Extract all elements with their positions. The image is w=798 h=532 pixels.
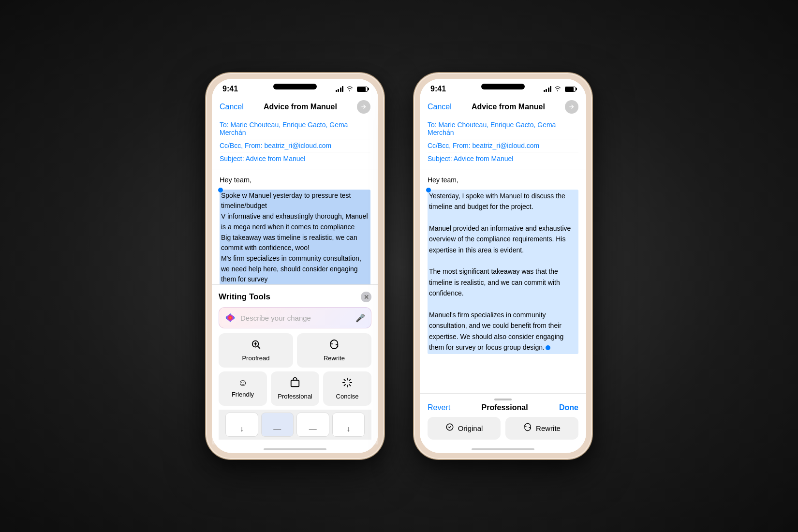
apple-intelligence-icon [225, 312, 236, 323]
done-button[interactable]: Done [559, 403, 578, 412]
subject-field-2: Subject: Advice from Manuel [428, 152, 578, 165]
rewrite-footer: Revert Professional Done Original [420, 393, 586, 444]
to-field-1: To: Marie Chouteau, Enrique Gacto, Gema … [220, 118, 370, 139]
mode-title: Professional [482, 403, 528, 412]
mail-header-1: Cancel Advice from Manuel To: Marie Chou… [212, 96, 378, 169]
proofread-button[interactable]: Proofread [219, 333, 293, 368]
cc-field-1: Cc/Bcc, From: beatriz_ri@icloud.com [220, 139, 370, 152]
to-recipients-1[interactable]: Marie Chouteau, Enrique Gacto, Gema Merc… [220, 121, 348, 136]
cc-field-2: Cc/Bcc, From: beatriz_ri@icloud.com [428, 139, 578, 152]
writing-tools-panel: Writing Tools ✕ [212, 284, 378, 444]
mail-title-2: Advice from Manuel [472, 103, 545, 111]
status-icons-1 [336, 86, 368, 93]
to-label-1: To: [220, 121, 229, 129]
thumbnail-4[interactable]: ↓ [332, 413, 365, 437]
selection-handle-end-2[interactable] [546, 345, 550, 350]
mail-body-1[interactable]: Hey team, Spoke w Manuel yesterday to pr… [212, 169, 378, 284]
subject-label-1: Subject: [220, 155, 244, 163]
signal-icon-2 [544, 86, 552, 92]
wifi-icon-2 [554, 86, 562, 93]
selected-area-1: Spoke w Manuel yesterday to pressure tes… [220, 190, 370, 284]
signal-icon-1 [336, 86, 344, 92]
concise-icon [342, 377, 353, 390]
professional-label: Professional [278, 393, 312, 400]
wifi-icon-1 [346, 86, 354, 93]
status-icons-2 [544, 86, 576, 93]
status-bar-2: 9:41 [420, 79, 586, 96]
rewrite-options: Original Rewrite [428, 417, 578, 440]
rewrite-label: Rewrite [324, 355, 345, 362]
selected-text-1[interactable]: Spoke w Manuel yesterday to pressure tes… [220, 190, 370, 284]
battery-icon-1 [357, 87, 368, 92]
dynamic-island-2 [481, 84, 525, 89]
friendly-button[interactable]: ☺ Friendly [219, 371, 267, 406]
original-label: Original [458, 424, 483, 432]
professional-button[interactable]: Professional [271, 371, 319, 406]
friendly-icon: ☺ [238, 377, 248, 388]
status-time-1: 9:41 [222, 85, 238, 93]
selection-handle-start-1[interactable] [218, 188, 223, 192]
phone-2-screen: 9:41 [420, 79, 586, 453]
send-button-2[interactable] [565, 100, 578, 114]
mail-header-2: Cancel Advice from Manuel To: Marie Chou… [420, 96, 586, 169]
selection-handle-start-2[interactable] [426, 188, 431, 192]
status-bar-1: 9:41 [212, 79, 378, 96]
rewrite-option-button[interactable]: Rewrite [505, 417, 578, 440]
subject-field-1: Subject: Advice from Manuel [220, 152, 370, 165]
mail-nav-2: Cancel Advice from Manuel [428, 100, 578, 114]
battery-icon-2 [565, 87, 576, 92]
rewrite-icon [329, 339, 340, 352]
original-option-button[interactable]: Original [428, 417, 501, 440]
drag-handle [494, 399, 512, 400]
close-writing-tools-button[interactable]: ✕ [361, 292, 371, 302]
subject-value-1[interactable]: Advice from Manuel [246, 155, 306, 163]
writing-tools-title: Writing Tools [219, 292, 270, 302]
describe-input-container[interactable]: Describe your change 🎤 [219, 307, 371, 328]
rewritten-area: Yesterday, I spoke with Manuel to discus… [428, 190, 578, 354]
subject-value-2[interactable]: Advice from Manuel [454, 155, 514, 163]
proofread-label: Proofread [242, 355, 269, 362]
rewrite-option-icon [523, 423, 532, 434]
to-field-2: To: Marie Chouteau, Enrique Gacto, Gema … [428, 118, 578, 139]
home-indicator-2 [472, 448, 534, 450]
cancel-button-1[interactable]: Cancel [220, 103, 244, 111]
concise-label: Concise [336, 393, 359, 400]
mail-nav-1: Cancel Advice from Manuel [220, 100, 370, 114]
concise-button[interactable]: Concise [323, 371, 371, 406]
rewrite-option-label: Rewrite [536, 424, 561, 432]
to-label-2: To: [428, 121, 437, 129]
greeting-1: Hey team, [220, 175, 370, 186]
status-time-2: 9:41 [430, 85, 446, 93]
revert-button[interactable]: Revert [428, 403, 450, 412]
tools-row-2: ☺ Friendly Professional [219, 371, 371, 406]
greeting-2: Hey team, [428, 175, 578, 186]
cc-label-2: Cc/Bcc, From: [428, 142, 471, 149]
cc-label-1: Cc/Bcc, From: [220, 142, 263, 149]
svg-rect-2 [291, 380, 299, 386]
rewritten-text[interactable]: Yesterday, I spoke with Manuel to discus… [428, 190, 578, 354]
phone-1-screen: 9:41 [212, 79, 378, 453]
original-icon [445, 423, 454, 434]
rewrite-nav: Revert Professional Done [428, 403, 578, 412]
describe-placeholder[interactable]: Describe your change [240, 314, 351, 322]
proofread-icon [251, 339, 261, 352]
mic-icon[interactable]: 🎤 [355, 313, 365, 323]
thumbnail-2[interactable]: — [261, 413, 294, 437]
mail-title-1: Advice from Manuel [264, 103, 337, 111]
friendly-label: Friendly [232, 391, 254, 398]
cc-value-1: beatriz_ri@icloud.com [265, 142, 332, 149]
phone-1: 9:41 [206, 73, 384, 459]
professional-icon [290, 377, 300, 390]
mail-body-2[interactable]: Hey team, Yesterday, I spoke with Manuel… [420, 169, 586, 393]
send-button-1[interactable] [357, 100, 370, 114]
tools-row-1: Proofread Rewrite [219, 333, 371, 368]
rewrite-button[interactable]: Rewrite [297, 333, 371, 368]
cancel-button-2[interactable]: Cancel [428, 103, 452, 111]
to-recipients-2[interactable]: Marie Chouteau, Enrique Gacto, Gema Merc… [428, 121, 556, 136]
dynamic-island-1 [273, 84, 317, 89]
subject-label-2: Subject: [428, 155, 452, 163]
thumbnail-3[interactable]: — [296, 413, 329, 437]
thumbnail-1[interactable]: ↓ [225, 413, 258, 437]
bottom-thumbnails: ↓ — — ↓ [219, 410, 371, 440]
writing-tools-header: Writing Tools ✕ [219, 292, 371, 302]
